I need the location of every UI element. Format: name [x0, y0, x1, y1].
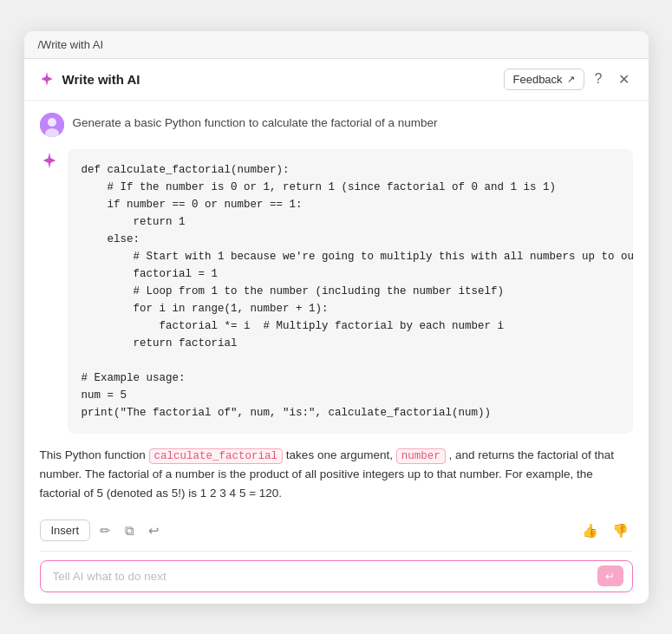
undo-icon: ↩: [148, 523, 160, 538]
ai-sparkle-icon: [40, 151, 59, 170]
header-left: Write with AI: [38, 70, 140, 88]
insert-button[interactable]: Insert: [40, 520, 91, 541]
feedback-button[interactable]: Feedback ↗: [504, 69, 584, 90]
ai-code-message: def calculate_factorial(number): # If th…: [40, 149, 633, 434]
edit-button[interactable]: ✏: [95, 520, 115, 542]
prose-section: This Python function calculate_factorial…: [40, 446, 633, 504]
send-button[interactable]: ↵: [597, 565, 623, 586]
copy-button[interactable]: ⧉: [121, 520, 139, 542]
help-icon: ?: [595, 71, 603, 87]
close-icon: ✕: [618, 71, 630, 88]
send-icon: ↵: [605, 570, 615, 583]
thumbs-down-icon: 👎: [612, 523, 629, 538]
feedback-label: Feedback: [513, 73, 563, 86]
header-right: Feedback ↗ ? ✕: [504, 68, 635, 91]
thumbs-up-icon: 👍: [582, 523, 598, 538]
undo-button[interactable]: ↩: [144, 520, 164, 542]
external-link-icon: ↗: [567, 74, 575, 85]
svg-point-1: [48, 118, 56, 127]
title-bar: /Write with AI: [24, 31, 649, 59]
inline-code-2: number: [396, 448, 446, 464]
user-prompt-text: Generate a basic Python function to calc…: [73, 113, 438, 129]
panel-title: Write with AI: [62, 72, 140, 87]
toolbar-right: 👍 👎: [577, 520, 633, 542]
copy-icon: ⧉: [125, 523, 134, 538]
code-block: def calculate_factorial(number): # If th…: [68, 149, 633, 434]
ai-input-area[interactable]: ↵: [40, 560, 633, 592]
close-button[interactable]: ✕: [613, 68, 635, 91]
insert-label: Insert: [51, 524, 80, 537]
thumbs-down-button[interactable]: 👎: [608, 520, 633, 542]
prose-text-before: This Python function: [40, 448, 149, 461]
prose-text-middle1: takes one argument,: [283, 448, 396, 461]
edit-icon: ✏: [100, 523, 111, 538]
panel-body: Generate a basic Python function to calc…: [24, 101, 649, 604]
action-toolbar: Insert ✏ ⧉ ↩ 👍 👎: [40, 514, 633, 552]
help-button[interactable]: ?: [590, 68, 608, 90]
panel-header: Write with AI Feedback ↗ ? ✕: [24, 59, 649, 101]
thumbs-up-button[interactable]: 👍: [577, 520, 603, 542]
ai-input-field[interactable]: [53, 570, 596, 583]
toolbar-left: Insert ✏ ⧉ ↩: [40, 520, 165, 542]
user-message: Generate a basic Python function to calc…: [40, 113, 633, 137]
sparkle-icon: [38, 70, 55, 88]
window-title: /Write with AI: [38, 38, 104, 51]
main-window: /Write with AI Write with AI Feedback ↗: [24, 31, 649, 604]
user-avatar: [40, 113, 64, 137]
inline-code-1: calculate_factorial: [149, 448, 284, 464]
